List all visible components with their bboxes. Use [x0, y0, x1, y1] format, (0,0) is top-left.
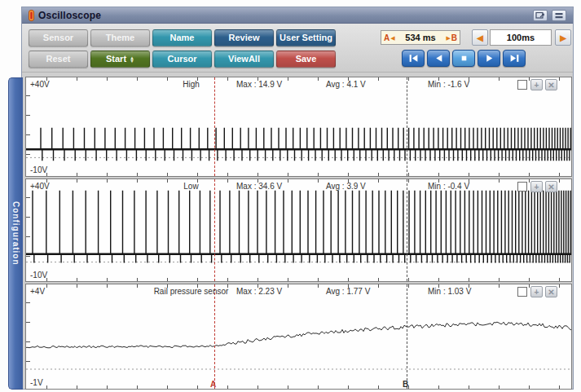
window-arrow-icon: [535, 11, 545, 20]
screen: Oscilloscope SensorThemeNameReviewUser S…: [0, 0, 581, 392]
voltage-tick: [26, 256, 30, 257]
channel-close-button[interactable]: ✕: [545, 181, 557, 192]
cursor-a-line[interactable]: [214, 179, 215, 281]
channel-select-checkbox[interactable]: [517, 182, 527, 192]
time-tick: [288, 278, 288, 281]
name-button[interactable]: Name: [152, 29, 212, 46]
time-tick: [348, 173, 349, 176]
detach-window-button[interactable]: [533, 10, 548, 21]
min-value: Min : 1.03 V: [428, 287, 471, 296]
cursor-b-line[interactable]: [407, 284, 407, 389]
time-tick: [77, 284, 77, 288]
skip-start-icon: [408, 53, 419, 64]
step-back-icon: [434, 53, 444, 64]
channel-close-button[interactable]: ✕: [545, 286, 557, 297]
time-tick: [408, 77, 409, 81]
cursor-b-line[interactable]: [407, 77, 407, 176]
avg-value: Avg : 1.77 V: [326, 287, 370, 296]
start-button[interactable]: Start▲▼: [90, 51, 150, 68]
time-tick: [288, 173, 288, 176]
cursor-b-label: B: [451, 33, 457, 42]
cursor-b-right-arrow-icon: ▶: [446, 35, 450, 41]
time-tick: [257, 385, 258, 389]
time-tick: [318, 385, 319, 389]
theme-button[interactable]: Theme: [90, 29, 150, 46]
time-tick: [137, 278, 138, 281]
voltage-tick: [26, 115, 30, 116]
user-setting-button[interactable]: User Setting: [276, 29, 336, 46]
time-tick: [499, 77, 500, 81]
time-tick: [469, 385, 469, 389]
cursor-b-line[interactable]: [407, 179, 407, 281]
viewall-button[interactable]: ViewAll: [214, 51, 274, 68]
cursor-a-label: A: [384, 33, 390, 42]
max-value: Max : 14.9 V: [236, 80, 282, 89]
time-tick: [469, 278, 469, 281]
cursor-button[interactable]: Cursor: [152, 51, 212, 68]
channel-close-button[interactable]: ✕: [545, 79, 557, 90]
ab-interval-value: 534 ms: [396, 33, 446, 42]
voltage-tick: [26, 302, 30, 303]
scale-bottom-label: -1V: [30, 378, 43, 387]
scale-top-label: +40V: [30, 80, 50, 89]
review-button[interactable]: Review: [214, 29, 274, 46]
scale-bottom-label: -10V: [30, 165, 47, 174]
channel-select-checkbox[interactable]: [517, 287, 527, 297]
playback-controls: [402, 50, 526, 67]
time-tick: [167, 173, 168, 176]
time-tick: [559, 173, 560, 176]
save-button[interactable]: Save: [276, 51, 336, 68]
sensor-button[interactable]: Sensor: [29, 29, 88, 46]
time-tick: [107, 77, 108, 81]
time-tick: [438, 278, 439, 281]
avg-value: Avg : 3.9 V: [326, 182, 366, 191]
channel-select-checkbox[interactable]: [517, 80, 527, 90]
time-tick: [257, 278, 258, 281]
configuration-tab[interactable]: Configuration: [8, 77, 23, 390]
toolbar: SensorThemeNameReviewUser SettingResetSt…: [22, 24, 573, 73]
configuration-tab-label: Configuration: [11, 201, 20, 266]
time-tick: [559, 77, 560, 81]
time-tick: [107, 278, 108, 281]
oscilloscope-window: Oscilloscope SensorThemeNameReviewUser S…: [21, 7, 574, 390]
channel-zoom-button[interactable]: +: [530, 181, 543, 192]
time-tick: [107, 173, 108, 176]
timebase-increase-button[interactable]: ▶: [555, 29, 571, 46]
channel-zoom-button[interactable]: +: [530, 286, 543, 297]
cursor-a-label: A: [210, 380, 216, 389]
min-value: Min : -0.4 V: [428, 182, 469, 191]
collapse-window-button[interactable]: [552, 10, 566, 21]
voltage-tick: [26, 341, 30, 342]
time-tick: [318, 77, 319, 81]
time-tick: [288, 284, 288, 288]
time-tick: [46, 284, 47, 288]
timebase-decrease-button[interactable]: ◀: [472, 29, 488, 46]
button-label: Start: [106, 51, 126, 67]
time-tick: [408, 284, 409, 288]
ab-interval-display: A ◀ 534 ms ▶ B: [381, 30, 460, 45]
time-tick: [529, 173, 530, 176]
step-back-button[interactable]: [427, 50, 450, 67]
play-button[interactable]: [478, 50, 500, 67]
time-tick: [227, 385, 228, 389]
cursor-b-label: B: [403, 380, 408, 389]
skip-end-button[interactable]: [503, 50, 526, 67]
button-label: Theme: [106, 30, 134, 46]
button-label: User Setting: [279, 30, 332, 46]
titlebar: Oscilloscope: [22, 7, 573, 24]
cursor-a-line[interactable]: [214, 77, 215, 176]
time-tick: [77, 278, 77, 281]
time-tick: [378, 173, 379, 176]
stop-button[interactable]: [452, 50, 475, 67]
cursor-a-line[interactable]: [214, 284, 215, 389]
time-tick: [499, 278, 500, 281]
skip-start-button[interactable]: [402, 50, 425, 67]
time-tick: [559, 179, 560, 183]
channel-zoom-button[interactable]: +: [530, 79, 543, 90]
time-tick: [318, 284, 319, 288]
time-tick: [137, 173, 138, 176]
reset-button[interactable]: Reset: [29, 51, 88, 68]
time-tick: [107, 284, 108, 288]
app-icon: [28, 10, 35, 21]
button-label: Sensor: [43, 30, 73, 46]
